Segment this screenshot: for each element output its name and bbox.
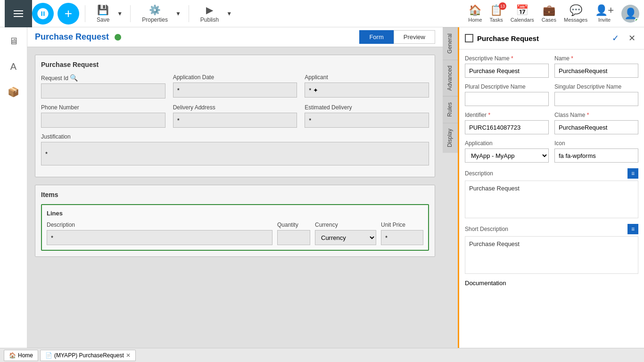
home-bottom-tab[interactable]: 🏠 Home: [4, 350, 38, 361]
sidebar-icon-monitor[interactable]: 🖥: [5, 32, 23, 50]
general-tab[interactable]: General: [443, 27, 458, 59]
description-content: Purchase Request: [465, 181, 638, 218]
quantity-field: Quantity: [277, 222, 310, 245]
home-nav[interactable]: 🏠 Home: [468, 4, 482, 23]
descriptive-name-label: Descriptive Name *: [465, 55, 549, 62]
application-select[interactable]: MyApp - MyApp: [465, 148, 549, 163]
add-button[interactable]: +: [58, 3, 79, 25]
user-avatar[interactable]: 👤: [621, 5, 639, 23]
form-preview-tabs: Form Preview: [359, 30, 435, 44]
phone-number-input[interactable]: [41, 113, 165, 128]
short-description-edit-button[interactable]: ≡: [627, 224, 638, 234]
name-req: *: [571, 55, 573, 62]
required-icon: 🔍: [70, 74, 78, 82]
publish-dropdown[interactable]: ▼: [224, 8, 234, 20]
publish-button[interactable]: ▶ Publish: [195, 1, 224, 26]
invite-icon: 👤+: [595, 4, 614, 16]
logo-button[interactable]: [32, 3, 54, 25]
online-status-dot: [635, 18, 639, 23]
display-tab[interactable]: Display: [443, 123, 458, 153]
main-area: 🖥 A 📦 Purchase Request Form Preview Purc…: [0, 27, 644, 348]
sidebar-icon-text[interactable]: A: [5, 58, 23, 75]
properties-group: ⚙️ Properties ▼: [136, 1, 183, 26]
tasks-nav[interactable]: 📋 13 Tasks: [490, 4, 503, 23]
preview-tab[interactable]: Preview: [394, 30, 435, 44]
icon-label: Icon: [554, 140, 638, 147]
description-edit-button[interactable]: ≡: [627, 168, 638, 179]
icon-field: Icon: [554, 140, 638, 163]
tasks-icon: 📋 13: [490, 4, 503, 16]
description-input[interactable]: [47, 230, 272, 245]
properties-button[interactable]: ⚙️ Properties: [136, 1, 173, 26]
canvas-title: Purchase Request: [35, 32, 109, 42]
form-row-3: Justification: [41, 133, 429, 165]
estimated-delivery-input[interactable]: [305, 113, 429, 128]
delivery-address-input[interactable]: [173, 113, 297, 128]
separator-3: [189, 5, 189, 22]
application-date-label: Application Date: [173, 74, 297, 81]
publish-icon: ▶: [206, 4, 213, 16]
items-title: Items: [41, 191, 429, 198]
name-field: Name *: [554, 55, 638, 78]
invite-nav[interactable]: 👤+ Invite: [595, 4, 614, 23]
name-input[interactable]: [554, 64, 638, 78]
short-description-section: Short Description ≡ Purchase Request: [465, 224, 638, 274]
application-field: Application MyApp - MyApp: [465, 140, 549, 163]
quantity-label: Quantity: [277, 222, 310, 228]
singular-desc-name-label: Singular Descriptive Name: [554, 83, 638, 90]
properties-dropdown[interactable]: ▼: [173, 8, 183, 20]
section-title: Purchase Request: [41, 61, 429, 68]
singular-desc-name-input[interactable]: [554, 92, 638, 106]
panel-row-identifier: Identifier * Class Name *: [465, 112, 638, 134]
tasks-label: Tasks: [490, 17, 503, 23]
singular-desc-name-field: Singular Descriptive Name: [554, 83, 638, 106]
request-id-input[interactable]: [41, 83, 165, 99]
myapp-bottom-tab[interactable]: 📄 (MYAPP) PurchaseRequest ✕: [40, 350, 136, 361]
unit-price-label: Unit Price: [381, 222, 423, 228]
save-button[interactable]: 💾 Save: [91, 1, 115, 26]
panel-row-app-icon: Application MyApp - MyApp Icon: [465, 140, 638, 163]
calendars-nav[interactable]: 📅 Calendars: [511, 4, 534, 23]
rules-tab[interactable]: Rules: [443, 96, 458, 123]
plural-desc-name-input[interactable]: [465, 92, 549, 106]
application-date-input[interactable]: [173, 82, 297, 98]
class-name-req: *: [587, 112, 589, 118]
form-tab[interactable]: Form: [359, 30, 393, 44]
hamburger-button[interactable]: [10, 7, 27, 21]
plural-desc-name-field: Plural Descriptive Name: [465, 83, 549, 106]
quantity-input[interactable]: [277, 230, 310, 245]
applicant-input[interactable]: [305, 82, 429, 98]
cases-nav[interactable]: 💼 Cases: [542, 4, 556, 23]
plural-desc-name-label: Plural Descriptive Name: [465, 83, 549, 90]
invite-label: Invite: [598, 17, 611, 23]
advanced-tab[interactable]: Advanced: [443, 59, 458, 96]
unit-price-input[interactable]: [381, 230, 423, 245]
properties-icon: ⚙️: [149, 4, 161, 16]
application-label: Application: [465, 140, 549, 147]
sidebar-icon-component[interactable]: 📦: [5, 83, 23, 101]
delivery-address-label: Delivery Address: [173, 104, 297, 111]
panel-confirm-button[interactable]: ✓: [609, 32, 622, 44]
class-name-field: Class Name *: [554, 112, 638, 134]
hamburger-area: [5, 0, 32, 27]
panel-close-button[interactable]: ✕: [626, 32, 638, 44]
myapp-tab-close[interactable]: ✕: [126, 352, 131, 359]
form-row-1: Request Id 🔍 Application Date Applicant: [41, 74, 429, 99]
short-description-label-text: Short Description: [465, 226, 508, 232]
short-description-content: Purchase Request: [465, 236, 638, 274]
panel-checkbox[interactable]: [465, 34, 473, 42]
currency-select[interactable]: Currency: [315, 230, 376, 245]
justification-input[interactable]: [41, 142, 429, 165]
name-label: Name *: [554, 55, 638, 62]
icon-input[interactable]: [554, 148, 638, 163]
panel-row-names: Descriptive Name * Name *: [465, 55, 638, 78]
cases-label: Cases: [542, 17, 556, 23]
phone-number-label: Phone Number: [41, 104, 165, 111]
messages-nav[interactable]: 💬 Messages: [564, 4, 587, 23]
identifier-input[interactable]: [465, 120, 549, 134]
documentation-section: Documentation: [465, 280, 638, 287]
side-tabs: General Advanced Rules Display: [443, 27, 458, 348]
save-dropdown[interactable]: ▼: [115, 8, 124, 20]
descriptive-name-input[interactable]: [465, 64, 549, 78]
class-name-input[interactable]: [554, 120, 638, 134]
